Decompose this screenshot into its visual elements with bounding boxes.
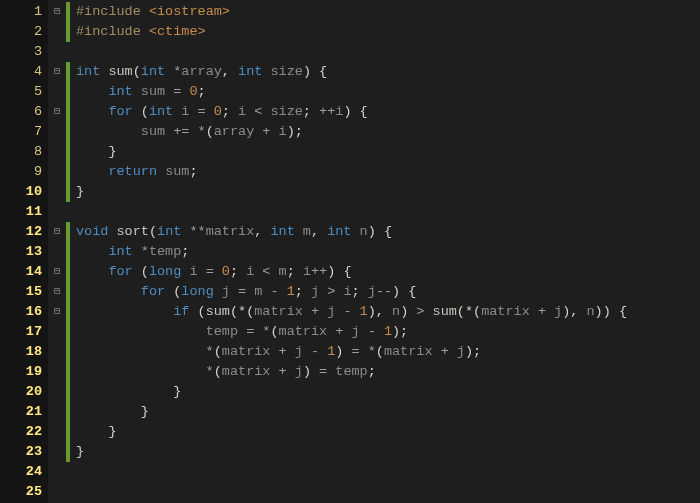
token: sum xyxy=(165,164,189,179)
token: <iostream> xyxy=(149,4,230,19)
token xyxy=(76,244,108,259)
token: ; xyxy=(222,104,238,119)
token xyxy=(76,284,141,299)
token: int xyxy=(108,244,140,259)
code-line[interactable]: temp = *(matrix + j - 1); xyxy=(76,322,700,342)
code-line[interactable]: } xyxy=(76,382,700,402)
code-line[interactable]: } xyxy=(76,182,700,202)
fold-spacer xyxy=(48,82,66,102)
fold-spacer xyxy=(48,382,66,402)
token: = xyxy=(206,264,222,279)
token: = xyxy=(173,84,189,99)
fold-spacer xyxy=(48,142,66,162)
token: + xyxy=(279,364,295,379)
fold-spacer xyxy=(48,22,66,42)
fold-column[interactable]: ⊟⊟⊟⊟⊟⊟⊟ xyxy=(48,0,66,503)
fold-toggle-icon[interactable]: ⊟ xyxy=(48,302,66,322)
token: 1 xyxy=(287,284,295,299)
code-line[interactable]: for (long i = 0; i < m; i++) { xyxy=(76,262,700,282)
line-number: 14 xyxy=(2,262,42,282)
fold-toggle-icon[interactable]: ⊟ xyxy=(48,282,66,302)
token: } xyxy=(76,384,181,399)
token: int xyxy=(141,64,173,79)
fold-toggle-icon[interactable]: ⊟ xyxy=(48,2,66,22)
token: ( xyxy=(141,104,149,119)
line-number: 8 xyxy=(2,142,42,162)
token: ; xyxy=(351,284,367,299)
fold-toggle-icon[interactable]: ⊟ xyxy=(48,262,66,282)
fold-spacer xyxy=(48,442,66,462)
token: long xyxy=(181,284,222,299)
code-area[interactable]: #include <iostream>#include <ctime> int … xyxy=(70,0,700,503)
fold-toggle-icon[interactable]: ⊟ xyxy=(48,102,66,122)
token: matrix xyxy=(384,344,441,359)
token: , xyxy=(222,64,238,79)
token: sort xyxy=(117,224,149,239)
token: ( xyxy=(141,264,149,279)
token: for xyxy=(108,264,140,279)
fold-toggle-icon[interactable]: ⊟ xyxy=(48,222,66,242)
code-line[interactable]: for (long j = m - 1; j > i; j--) { xyxy=(76,282,700,302)
code-line[interactable]: } xyxy=(76,142,700,162)
code-line[interactable]: #include <iostream> xyxy=(76,2,700,22)
line-number: 3 xyxy=(2,42,42,62)
fold-spacer xyxy=(48,322,66,342)
token: i xyxy=(189,264,205,279)
code-line[interactable]: sum += *(array + i); xyxy=(76,122,700,142)
code-line[interactable]: if (sum(*(matrix + j - 1), n) > sum(*(ma… xyxy=(76,302,700,322)
token: = * xyxy=(246,324,270,339)
code-line[interactable]: int sum(int *array, int size) { xyxy=(76,62,700,82)
code-line[interactable]: *(matrix + j - 1) = *(matrix + j); xyxy=(76,342,700,362)
code-line[interactable]: #include <ctime> xyxy=(76,22,700,42)
code-line[interactable]: void sort(int **matrix, int m, int n) { xyxy=(76,222,700,242)
code-line[interactable]: } xyxy=(76,442,700,462)
code-line[interactable] xyxy=(76,42,700,62)
token: ++ xyxy=(319,104,335,119)
token: ; xyxy=(230,264,246,279)
token: ; xyxy=(295,284,311,299)
line-number: 4 xyxy=(2,62,42,82)
token: j xyxy=(295,344,311,359)
fold-spacer xyxy=(48,182,66,202)
token: - xyxy=(311,344,327,359)
code-line[interactable]: } xyxy=(76,422,700,442)
line-number: 15 xyxy=(2,282,42,302)
code-line[interactable]: for (int i = 0; i < size; ++i) { xyxy=(76,102,700,122)
token: return xyxy=(108,164,165,179)
token: int xyxy=(108,84,140,99)
token: n xyxy=(392,304,400,319)
token: sum xyxy=(206,304,230,319)
code-line[interactable]: int sum = 0; xyxy=(76,82,700,102)
token: = xyxy=(319,364,335,379)
token xyxy=(76,124,141,139)
fold-spacer xyxy=(48,242,66,262)
token: > xyxy=(327,284,343,299)
code-line[interactable] xyxy=(76,482,700,502)
token: > xyxy=(416,304,432,319)
token: } xyxy=(76,404,149,419)
line-number: 7 xyxy=(2,122,42,142)
token: } xyxy=(76,184,84,199)
token: < xyxy=(254,104,270,119)
token: ; xyxy=(287,264,303,279)
code-line[interactable] xyxy=(76,462,700,482)
token: j xyxy=(295,364,303,379)
token: - xyxy=(270,284,286,299)
token: i xyxy=(181,104,197,119)
token: ) { xyxy=(303,64,327,79)
code-line[interactable]: *(matrix + j) = temp; xyxy=(76,362,700,382)
token: int xyxy=(157,224,189,239)
code-line[interactable]: int *temp; xyxy=(76,242,700,262)
token: ) xyxy=(335,344,351,359)
token: j xyxy=(222,284,238,299)
token: ( xyxy=(214,344,222,359)
token: ); xyxy=(287,124,303,139)
line-number: 13 xyxy=(2,242,42,262)
fold-toggle-icon[interactable]: ⊟ xyxy=(48,62,66,82)
line-number: 11 xyxy=(2,202,42,222)
code-line[interactable]: return sum; xyxy=(76,162,700,182)
token: } xyxy=(76,444,84,459)
code-line[interactable] xyxy=(76,202,700,222)
token: n xyxy=(360,224,368,239)
code-line[interactable]: } xyxy=(76,402,700,422)
